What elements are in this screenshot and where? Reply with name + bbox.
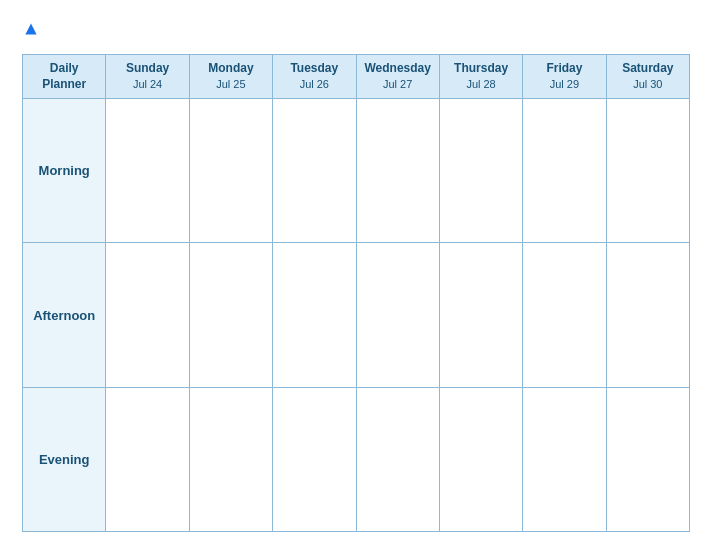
col-header-day-1: MondayJul 25 — [189, 54, 272, 99]
cell-morning-5 — [523, 99, 606, 243]
cell-morning-2 — [273, 99, 356, 243]
row-evening: Evening — [23, 387, 690, 531]
cell-evening-6 — [606, 387, 689, 531]
header — [22, 18, 690, 40]
col-header-label-text: DailyPlanner — [42, 61, 86, 92]
cell-evening-4 — [439, 387, 522, 531]
col-header-day-3: WednesdayJul 27 — [356, 54, 439, 99]
svg-marker-0 — [25, 23, 36, 34]
page: DailyPlanner SundayJul 24MondayJul 25Tue… — [0, 0, 712, 550]
header-row: DailyPlanner SundayJul 24MondayJul 25Tue… — [23, 54, 690, 99]
cell-afternoon-0 — [106, 243, 189, 387]
calendar-table: DailyPlanner SundayJul 24MondayJul 25Tue… — [22, 54, 690, 532]
cell-morning-6 — [606, 99, 689, 243]
time-label-evening: Evening — [23, 387, 106, 531]
logo — [22, 18, 38, 36]
logo-area — [22, 18, 38, 36]
logo-icon — [24, 22, 38, 36]
cell-afternoon-5 — [523, 243, 606, 387]
cell-morning-4 — [439, 99, 522, 243]
row-morning: Morning — [23, 99, 690, 243]
cell-evening-3 — [356, 387, 439, 531]
col-header-day-5: FridayJul 29 — [523, 54, 606, 99]
cell-evening-0 — [106, 387, 189, 531]
cell-afternoon-2 — [273, 243, 356, 387]
cell-morning-1 — [189, 99, 272, 243]
cell-afternoon-3 — [356, 243, 439, 387]
col-header-day-6: SaturdayJul 30 — [606, 54, 689, 99]
row-afternoon: Afternoon — [23, 243, 690, 387]
col-header-day-4: ThursdayJul 28 — [439, 54, 522, 99]
cell-afternoon-4 — [439, 243, 522, 387]
cell-morning-3 — [356, 99, 439, 243]
col-header-day-0: SundayJul 24 — [106, 54, 189, 99]
cell-evening-2 — [273, 387, 356, 531]
cell-evening-1 — [189, 387, 272, 531]
cell-evening-5 — [523, 387, 606, 531]
cell-morning-0 — [106, 99, 189, 243]
logo-blue — [22, 20, 38, 35]
col-header-label: DailyPlanner — [23, 54, 106, 99]
cell-afternoon-6 — [606, 243, 689, 387]
cell-afternoon-1 — [189, 243, 272, 387]
col-header-day-2: TuesdayJul 26 — [273, 54, 356, 99]
time-label-morning: Morning — [23, 99, 106, 243]
time-label-afternoon: Afternoon — [23, 243, 106, 387]
